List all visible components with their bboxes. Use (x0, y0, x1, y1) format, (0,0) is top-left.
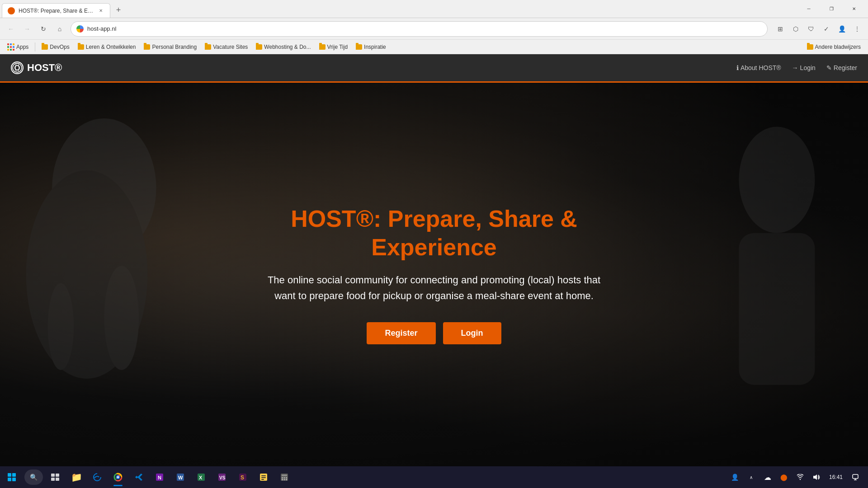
extension-icon[interactable]: ⬡ (788, 22, 803, 36)
chrome-icon (113, 473, 123, 482)
onenote-button[interactable]: N (150, 467, 170, 487)
volume-icon[interactable] (809, 470, 824, 484)
svg-rect-34 (261, 479, 264, 480)
kaspersky-icon[interactable]: 🛡 (804, 22, 818, 36)
active-tab[interactable]: HOST®: Prepare, Share & Experi... ✕ (2, 3, 110, 18)
onenote-icon: N (155, 473, 164, 482)
taskbar-search[interactable]: 🔍 (24, 469, 43, 485)
bookmark-devops[interactable]: DevOps (38, 42, 73, 52)
notification-button[interactable] (848, 467, 863, 487)
login-link[interactable]: → Login (792, 64, 816, 71)
register-icon: ✎ (826, 64, 832, 71)
bookmark-andere[interactable]: Andere bladwijzers (803, 42, 864, 52)
back-button[interactable]: ← (4, 22, 18, 36)
about-link[interactable]: ℹ About HOST® (736, 64, 781, 71)
tab-favicon (8, 7, 15, 14)
bookmark-personal-branding[interactable]: Personal Branding (140, 42, 200, 52)
start-button[interactable] (2, 467, 22, 487)
edge-button[interactable] (87, 467, 107, 487)
tab-close-button[interactable]: ✕ (97, 7, 104, 14)
maximize-button[interactable]: ❐ (821, 2, 842, 16)
bookmark-leren-label: Leren & Ontwikkelen (86, 44, 136, 50)
slack-icon: S (238, 473, 247, 482)
svg-rect-9 (56, 474, 59, 477)
nav-bar: ← → ↻ ⌂ ⊞ ⬡ 🛡 ✓ 👤 ⋮ (0, 18, 868, 40)
hero-login-button[interactable]: Login (443, 322, 501, 344)
close-button[interactable]: ✕ (844, 2, 864, 16)
svg-text:N: N (158, 475, 161, 480)
svg-text:S: S (241, 474, 244, 481)
chevron-up-icon[interactable]: ∧ (744, 470, 759, 484)
bookmark-vacature[interactable]: Vacature Sites (201, 42, 251, 52)
wifi-signal-icon (797, 474, 804, 480)
bookmark-separator (35, 42, 35, 52)
svg-text:VS: VS (219, 475, 226, 480)
hero-title: HOST®: Prepare, Share & Experience (262, 205, 606, 261)
refresh-button[interactable]: ↻ (36, 22, 51, 36)
onedrive-icon[interactable]: ☁ (760, 470, 775, 484)
word-button[interactable]: W (170, 467, 190, 487)
vs-button[interactable]: VS (212, 467, 232, 487)
office-icon[interactable]: ⊞ (773, 22, 788, 36)
info-icon: ℹ (736, 64, 739, 71)
website-content: HOST® ℹ About HOST® → Login ✎ Register (0, 54, 868, 466)
site-logo[interactable]: HOST® (11, 61, 62, 74)
sticky-notes-button[interactable] (254, 467, 274, 487)
excel-button[interactable]: X (191, 467, 211, 487)
hero-section: HOST®: Prepare, Share & Experience The o… (0, 83, 868, 466)
profile-icon[interactable]: 👤 (835, 22, 849, 36)
register-link[interactable]: ✎ Register (826, 64, 857, 71)
excel-icon: X (197, 473, 206, 482)
notification-icon (852, 474, 859, 481)
google-icon (76, 25, 84, 33)
new-tab-button[interactable]: + (112, 4, 125, 17)
svg-rect-44 (853, 474, 858, 479)
tab-title: HOST®: Prepare, Share & Experi... (19, 8, 94, 14)
site-nav-links: ℹ About HOST® → Login ✎ Register (736, 64, 857, 71)
bookmark-apps-label: Apps (16, 44, 28, 50)
people-icon[interactable]: 👤 (728, 470, 742, 484)
svg-point-1 (15, 63, 19, 72)
apps-grid-icon (7, 43, 14, 51)
svg-point-18 (117, 476, 119, 478)
wifi-icon[interactable] (793, 470, 807, 484)
bookmark-vrije-tijd[interactable]: Vrije Tijd (316, 42, 352, 52)
folder-icon (807, 44, 813, 50)
bookmark-leren[interactable]: Leren & Ontwikkelen (74, 42, 140, 52)
folder-icon (144, 44, 150, 50)
menu-icon[interactable]: ⋮ (850, 22, 864, 36)
edge-icon (93, 473, 102, 482)
grammarly-icon[interactable]: ✓ (819, 22, 834, 36)
svg-rect-39 (286, 477, 287, 479)
svg-rect-8 (51, 474, 55, 477)
bookmark-apps[interactable]: Apps (4, 42, 32, 52)
antivirus-icon[interactable]: ⬤ (777, 470, 791, 484)
hero-register-button[interactable]: Register (367, 322, 435, 344)
forward-button[interactable]: → (20, 22, 34, 36)
windows-logo-icon (8, 473, 16, 481)
hero-buttons: Register Login (262, 322, 606, 344)
file-explorer-button[interactable]: 📁 (66, 467, 86, 487)
svg-text:W: W (178, 475, 183, 480)
calculator-button[interactable] (274, 467, 294, 487)
home-button[interactable]: ⌂ (52, 22, 67, 36)
hero-subtitle: The online social community for connecti… (262, 272, 606, 304)
folder-icon (256, 44, 262, 50)
logo-icon (11, 61, 24, 74)
svg-rect-37 (282, 477, 283, 479)
search-icon: 🔍 (30, 474, 38, 481)
address-bar-container[interactable] (71, 21, 768, 37)
vscode-button[interactable] (129, 467, 149, 487)
system-clock[interactable]: 16:41 (826, 467, 846, 487)
slack-button[interactable]: S (233, 467, 253, 487)
svg-point-0 (13, 63, 22, 72)
chrome-button[interactable] (108, 467, 128, 487)
minimize-button[interactable]: ─ (798, 2, 819, 16)
bookmark-webhosting[interactable]: Webhosting & Do... (252, 42, 314, 52)
svg-rect-11 (56, 478, 59, 481)
task-view-button[interactable] (46, 467, 66, 487)
address-input[interactable] (87, 25, 762, 32)
bookmark-andere-label: Andere bladwijzers (815, 44, 861, 50)
vscode-icon (134, 473, 143, 482)
bookmark-inspiratie[interactable]: Inspiratie (352, 42, 390, 52)
